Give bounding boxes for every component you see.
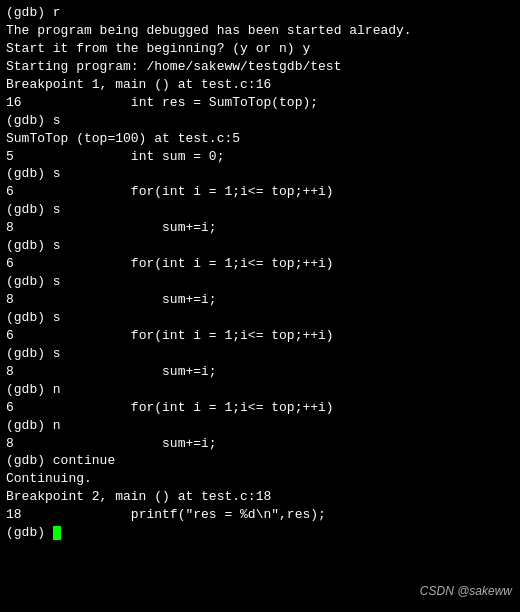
terminal-line: (gdb) s: [6, 165, 514, 183]
terminal-line: (gdb) n: [6, 381, 514, 399]
terminal-line: Breakpoint 1, main () at test.c:16: [6, 76, 514, 94]
terminal-line: (gdb) s: [6, 201, 514, 219]
terminal-line: 16 int res = SumToTop(top);: [6, 94, 514, 112]
terminal-line: 8 sum+=i;: [6, 363, 514, 381]
terminal-line: (gdb) s: [6, 309, 514, 327]
terminal-line: (gdb) continue: [6, 452, 514, 470]
terminal-line: 5 int sum = 0;: [6, 148, 514, 166]
terminal-line: Continuing.: [6, 470, 514, 488]
terminal-line: Breakpoint 2, main () at test.c:18: [6, 488, 514, 506]
terminal-line: (gdb) n: [6, 417, 514, 435]
terminal-line: 8 sum+=i;: [6, 435, 514, 453]
terminal-line: 8 sum+=i;: [6, 291, 514, 309]
terminal-line: The program being debugged has been star…: [6, 22, 514, 40]
terminal-line: 6 for(int i = 1;i<= top;++i): [6, 399, 514, 417]
terminal-line: (gdb): [6, 524, 514, 542]
terminal-line: SumToTop (top=100) at test.c:5: [6, 130, 514, 148]
terminal-line: Start it from the beginning? (y or n) y: [6, 40, 514, 58]
terminal-line: 6 for(int i = 1;i<= top;++i): [6, 327, 514, 345]
terminal-line: 18 printf("res = %d\n",res);: [6, 506, 514, 524]
watermark: CSDN @sakeww: [420, 584, 512, 598]
terminal-line: 6 for(int i = 1;i<= top;++i): [6, 255, 514, 273]
terminal-window[interactable]: (gdb) rThe program being debugged has be…: [0, 0, 520, 612]
terminal-line: (gdb) s: [6, 273, 514, 291]
terminal-cursor: [53, 526, 61, 540]
terminal-line: (gdb) r: [6, 4, 514, 22]
terminal-line: (gdb) s: [6, 237, 514, 255]
terminal-line: 8 sum+=i;: [6, 219, 514, 237]
terminal-line: Starting program: /home/sakeww/testgdb/t…: [6, 58, 514, 76]
terminal-line: (gdb) s: [6, 345, 514, 363]
terminal-line: (gdb) s: [6, 112, 514, 130]
terminal-output: (gdb) rThe program being debugged has be…: [6, 4, 514, 542]
terminal-line: 6 for(int i = 1;i<= top;++i): [6, 183, 514, 201]
